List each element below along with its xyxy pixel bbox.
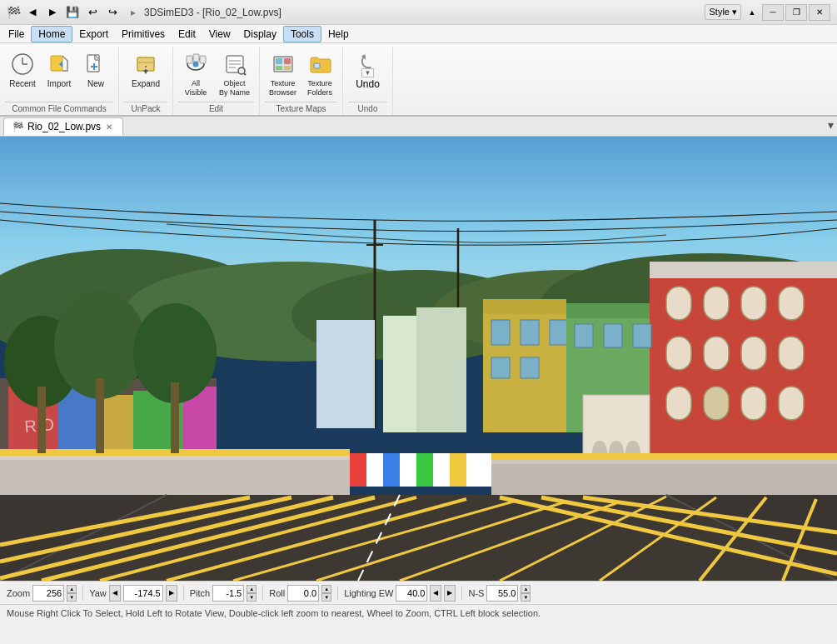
app-title: 3DSimED3 - [Rio_02_Low.pvs] (144, 7, 281, 18)
texture-browser-label: Texture Browser (269, 79, 296, 97)
lighting-next-button[interactable]: ▶ (444, 585, 456, 602)
svg-rect-119 (316, 320, 375, 428)
sep2 (183, 586, 184, 601)
svg-rect-65 (633, 324, 651, 347)
roll-field: Roll 0.0 ▲ ▼ (269, 585, 331, 602)
svg-rect-10 (137, 57, 154, 71)
ns-spinner: ▲ ▼ (521, 585, 531, 602)
viewport[interactable]: RIO (0, 137, 837, 581)
style-area: Style ▾ ▲ (705, 4, 760, 21)
ns-input[interactable]: 55.0 (486, 585, 518, 602)
scene-svg: RIO (0, 137, 837, 581)
lighting-input[interactable]: 40.0 (396, 585, 427, 602)
pitch-up-button[interactable]: ▲ (247, 585, 257, 593)
yaw-input[interactable]: -174.5 (123, 585, 163, 602)
qa-redo-button[interactable]: ↪ (104, 4, 121, 21)
svg-rect-19 (193, 54, 199, 62)
yaw-label: Yaw (89, 588, 107, 598)
roll-input[interactable]: 0.0 (287, 585, 319, 602)
app-title-separator: ▸ (131, 7, 136, 18)
title-bar: 🏁 ◀ ▶ 💾 ↩ ↪ ▸ 3DSimED3 - [Rio_02_Low.pvs… (0, 0, 837, 25)
yaw-next-button[interactable]: ▶ (166, 585, 177, 602)
svg-rect-117 (96, 378, 104, 453)
pitch-down-button[interactable]: ▼ (247, 593, 257, 602)
object-by-name-label: Object By Name (219, 79, 250, 97)
new-label: New (87, 79, 104, 89)
texture-folders-icon (306, 51, 333, 77)
menu-primitives[interactable]: Primitives (115, 27, 172, 42)
new-icon (82, 51, 109, 77)
ns-down-button[interactable]: ▼ (521, 593, 531, 602)
svg-rect-89 (433, 453, 450, 487)
svg-rect-30 (276, 66, 282, 70)
object-by-name-icon (222, 51, 248, 77)
menu-view[interactable]: View (202, 27, 237, 42)
svg-line-4 (62, 56, 67, 61)
title-bar-left: 🏁 ◀ ▶ 💾 ↩ ↪ ▸ 3DSimED3 - [Rio_02_Low.pvs… (7, 4, 281, 21)
menu-file[interactable]: File (2, 27, 31, 42)
object-by-name-button[interactable]: Object By Name (215, 48, 254, 100)
qa-undo-button[interactable]: ↩ (84, 4, 101, 21)
ribbon-group-content-edit: All Visible Object By Name (178, 48, 254, 100)
texture-browser-button[interactable]: Texture Browser (265, 48, 301, 100)
svg-line-26 (244, 73, 246, 75)
new-button[interactable]: New (78, 48, 113, 92)
yaw-field: Yaw ◀ -174.5 ▶ (89, 585, 177, 602)
svg-point-25 (238, 67, 245, 74)
svg-rect-91 (466, 453, 491, 487)
svg-rect-59 (491, 357, 510, 378)
svg-rect-52 (741, 387, 766, 420)
lighting-prev-button[interactable]: ◀ (430, 585, 441, 602)
undo-group-label: Undo (348, 102, 387, 113)
svg-rect-29 (284, 58, 291, 64)
menu-tools[interactable]: Tools (283, 26, 321, 42)
roll-down-button[interactable]: ▼ (321, 593, 331, 602)
sep3 (262, 586, 263, 601)
menu-edit[interactable]: Edit (172, 27, 202, 42)
texture-folders-button[interactable]: Texture Folders (302, 48, 337, 100)
recent-button[interactable]: Recent (5, 48, 40, 92)
svg-rect-49 (779, 337, 804, 370)
zoom-down-button[interactable]: ▼ (67, 593, 77, 602)
ribbon-group-content-texture: Texture Browser Texture Folders (265, 48, 337, 100)
menu-help[interactable]: Help (321, 27, 356, 42)
all-visible-label: All Visible (185, 79, 207, 97)
expand-button[interactable]: Expand (127, 48, 164, 92)
window-close-button[interactable]: ✕ (809, 4, 830, 21)
zoom-input[interactable]: 256 (32, 585, 64, 602)
ribbon-group-unpack: Expand UnPack (119, 47, 173, 115)
svg-rect-116 (37, 387, 46, 453)
tab-close-button[interactable]: ✕ (104, 122, 114, 132)
ns-field: N-S 55.0 ▲ ▼ (468, 585, 531, 602)
menu-export[interactable]: Export (72, 27, 115, 42)
menu-home[interactable]: Home (31, 26, 72, 42)
expand-icon (132, 51, 159, 77)
tab-rio[interactable]: 🏁 Rio_02_Low.pvs ✕ (3, 117, 123, 136)
all-visible-button[interactable]: All Visible (178, 48, 213, 100)
back-button[interactable]: ◀ (24, 4, 41, 21)
undo-button[interactable]: ▼ Undo (350, 48, 386, 92)
unpack-label: UnPack (124, 102, 167, 113)
sep1 (82, 586, 83, 601)
menu-display[interactable]: Display (237, 27, 283, 42)
ribbon-minimize-button[interactable]: ▲ (744, 4, 760, 21)
info-bar: Mouse Right Click To Select, Hold Left t… (0, 604, 837, 621)
tab-dropdown-button[interactable]: ▾ (828, 118, 834, 132)
pitch-input[interactable]: -1.5 (212, 585, 244, 602)
zoom-up-button[interactable]: ▲ (67, 585, 77, 593)
svg-rect-43 (704, 287, 729, 320)
window-minimize-button[interactable]: ─ (762, 4, 784, 21)
save-button[interactable]: 💾 (64, 4, 81, 21)
ns-up-button[interactable]: ▲ (521, 585, 531, 593)
import-button[interactable]: Import (42, 48, 77, 92)
recent-label: Recent (9, 79, 36, 89)
svg-rect-64 (604, 324, 622, 347)
roll-up-button[interactable]: ▲ (321, 585, 331, 593)
lighting-field: Lighting EW 40.0 ◀ ▶ (344, 585, 456, 602)
forward-button[interactable]: ▶ (44, 4, 61, 21)
style-label[interactable]: Style ▾ (705, 4, 741, 20)
svg-rect-57 (521, 320, 539, 345)
window-restore-button[interactable]: ❐ (785, 4, 807, 21)
yaw-prev-button[interactable]: ◀ (109, 585, 121, 602)
ns-label: N-S (468, 588, 484, 598)
